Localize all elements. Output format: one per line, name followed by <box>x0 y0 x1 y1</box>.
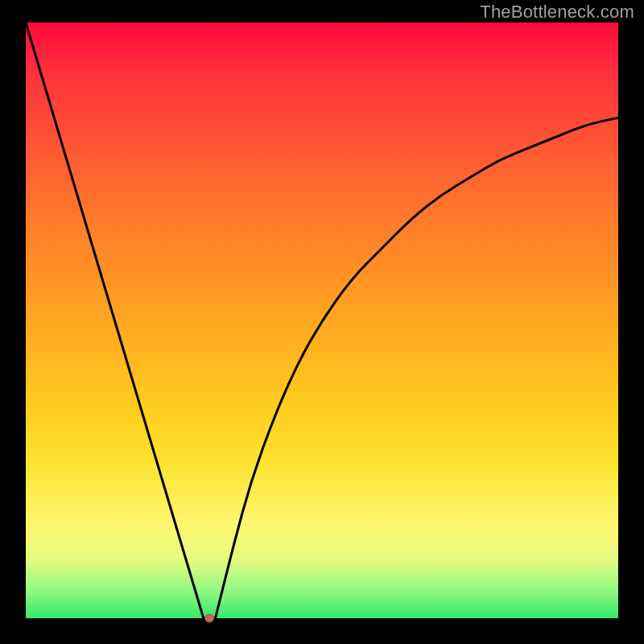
curve-line <box>26 23 618 618</box>
optimal-point-marker <box>205 614 214 622</box>
bottleneck-curve <box>26 23 618 618</box>
plot-area <box>26 23 618 618</box>
chart-frame: TheBottleneck.com <box>0 0 644 644</box>
source-label: TheBottleneck.com <box>480 2 634 23</box>
